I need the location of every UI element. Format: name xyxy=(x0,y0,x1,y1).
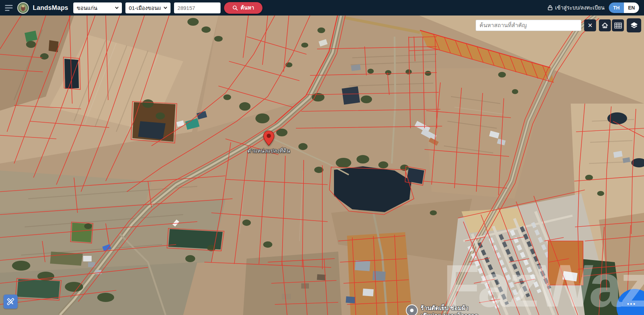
login-register-label: เข้าสู่ระบบ/ลงทะเบียน xyxy=(555,4,605,12)
grid-icon xyxy=(614,23,622,29)
province-select[interactable]: ขอนแก่น xyxy=(73,2,122,13)
satellite-map xyxy=(0,16,644,315)
search-button[interactable]: ค้นหา xyxy=(224,2,263,14)
map-canvas[interactable]: ✕ ตำแหน่ง xyxy=(0,16,644,315)
map-search-input[interactable] xyxy=(476,20,581,31)
parcel-number-input[interactable] xyxy=(174,2,221,13)
province-select-wrap: ขอนแก่น xyxy=(73,2,122,13)
home-icon xyxy=(601,22,608,29)
lang-th-button[interactable]: TH xyxy=(609,2,624,13)
measure-tools-icon xyxy=(6,297,15,306)
lock-icon xyxy=(547,5,553,11)
login-register-link[interactable]: เข้าสู่ระบบ/ลงทะเบียน xyxy=(547,4,605,12)
district-select[interactable]: 01-เมืองขอนแก่น xyxy=(125,2,171,13)
layers-icon xyxy=(630,21,638,30)
district-select-wrap: 01-เมืองขอนแก่น xyxy=(125,2,171,13)
menu-icon[interactable] xyxy=(5,5,13,11)
map-pin-icon[interactable] xyxy=(263,130,275,146)
layers-button[interactable] xyxy=(627,18,641,32)
close-icon: ✕ xyxy=(588,22,593,29)
language-toggle: TH EN xyxy=(609,2,639,13)
more-options-icon: ••• xyxy=(627,301,636,307)
grid-view-button[interactable] xyxy=(612,19,624,31)
app-title: LandsMaps xyxy=(33,4,68,12)
search-button-label: ค้นหา xyxy=(241,4,254,12)
lands-department-logo xyxy=(17,2,29,14)
lang-en-button[interactable]: EN xyxy=(624,2,639,13)
top-navigation-bar: LandsMaps ขอนแก่น 01-เมืองขอนแก่น ค้นหา … xyxy=(0,0,644,16)
measure-tools-button[interactable] xyxy=(4,295,18,309)
map-search-clear-button[interactable]: ✕ xyxy=(584,19,596,31)
home-button[interactable] xyxy=(599,19,611,31)
search-icon xyxy=(233,5,238,11)
topbar-right-group: เข้าสู่ระบบ/ลงทะเบียน TH EN xyxy=(547,2,639,13)
